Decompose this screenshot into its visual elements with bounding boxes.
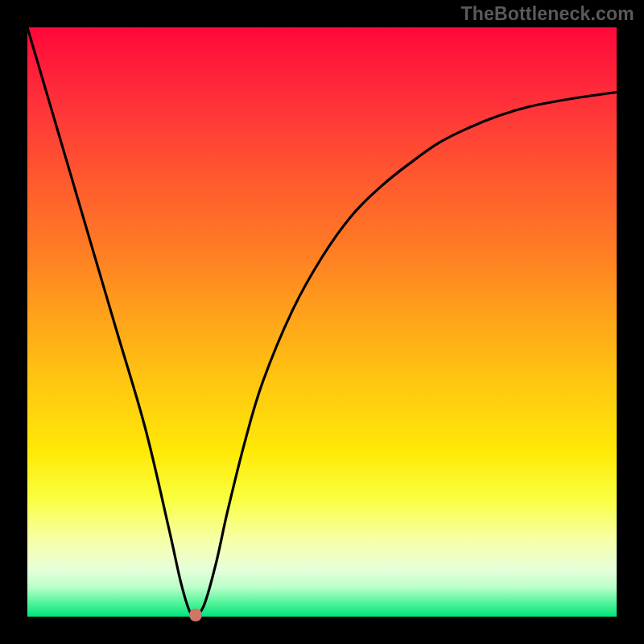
chart-frame: TheBottleneck.com [0,0,644,644]
watermark-text: TheBottleneck.com [460,3,634,25]
bottleneck-curve [27,27,617,617]
plot-area [27,27,617,617]
optimum-marker [189,609,202,621]
